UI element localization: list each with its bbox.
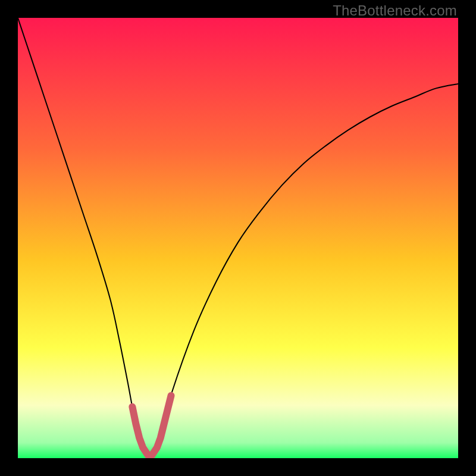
watermark-text: TheBottleneck.com <box>333 2 457 19</box>
gradient-background <box>18 18 458 458</box>
chart-svg <box>18 18 458 458</box>
chart-frame <box>18 18 458 458</box>
